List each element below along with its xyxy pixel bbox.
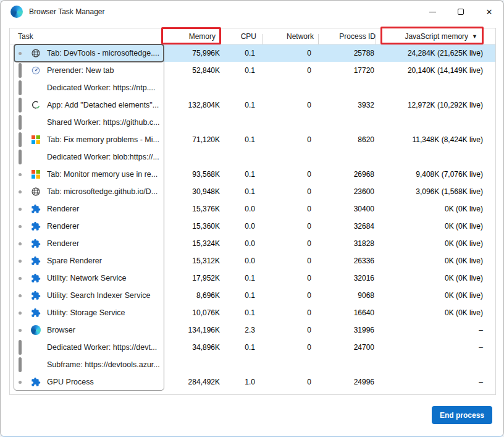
column-header-network[interactable]: Network <box>262 32 319 41</box>
table-header-row: Task Memory CPU Network Process ID JavaS… <box>10 28 495 45</box>
javascript-memory-cell: 24,284K (21,625K live) <box>376 49 495 57</box>
network-cell: 0 <box>262 170 319 179</box>
cpu-cell: 0.0 <box>221 205 262 213</box>
table-row[interactable]: Tab: microsoftedge.github.io/D... 30,948… <box>10 183 495 200</box>
edge-icon <box>28 323 43 337</box>
browser-task-manager-window: Browser Task Manager ✕ Task Memory CPU N… <box>0 0 504 437</box>
table-row[interactable]: Subframe: https://devtools.azur... <box>10 356 495 373</box>
javascript-memory-cell: 20,140K (14,149K live) <box>376 66 495 75</box>
group-indicator <box>16 235 23 252</box>
table-row[interactable]: Browser 134,196K 2.3 0 31996 – <box>10 321 495 339</box>
maximize-button[interactable] <box>447 1 475 23</box>
table-row[interactable]: Tab: Fix memory problems - Mi... 71,120K… <box>10 131 495 148</box>
table-row[interactable]: Renderer 15,376K 0.0 0 30400 0K (0K live… <box>10 200 495 218</box>
process-id-cell: 17720 <box>319 66 376 75</box>
cpu-cell: 0.1 <box>221 101 262 109</box>
task-cell: Tab: DevTools - microsoftedge.... <box>10 45 164 62</box>
process-id-cell: 23600 <box>319 187 376 196</box>
cpu-cell: 0.1 <box>221 343 262 352</box>
network-cell: 0 <box>262 308 319 317</box>
network-cell: 0 <box>262 274 319 282</box>
title-bar[interactable]: Browser Task Manager ✕ <box>1 1 503 23</box>
memory-cell: 8,696K <box>164 291 221 300</box>
table-row[interactable]: GPU Process 284,492K 1.0 0 24996 – <box>10 373 495 391</box>
group-indicator <box>16 373 23 391</box>
task-table-rows: Tab: DevTools - microsoftedge.... 75,996… <box>10 45 495 391</box>
window-title: Browser Task Manager <box>29 7 105 16</box>
close-button[interactable]: ✕ <box>475 1 503 23</box>
network-cell: 0 <box>262 291 319 300</box>
table-row[interactable]: Spare Renderer 15,312K 0.0 0 26336 0K (0… <box>10 252 495 269</box>
javascript-memory-cell: 0K (0K live) <box>376 257 495 265</box>
puzzle-icon <box>28 305 43 320</box>
minimize-button[interactable] <box>418 1 447 23</box>
cpu-cell: 0.1 <box>221 49 262 57</box>
group-indicator <box>16 287 23 304</box>
table-row[interactable]: Utility: Search Indexer Service 8,696K 0… <box>10 287 495 304</box>
javascript-memory-cell: 9,408K (7,076K live) <box>376 170 495 179</box>
table-row[interactable]: Tab: DevTools - microsoftedge.... 75,996… <box>10 45 495 62</box>
cpu-cell: 0.1 <box>221 291 262 300</box>
end-process-button[interactable]: End process <box>432 406 492 424</box>
globe-icon <box>28 46 43 61</box>
task-name: Subframe: https://devtools.azur... <box>47 360 160 369</box>
table-row[interactable]: Shared Worker: https://github.c... <box>10 114 495 131</box>
group-indicator <box>16 79 23 96</box>
table-row[interactable]: Tab: Monitor memory use in re... 93,568K… <box>10 166 495 183</box>
task-name: Dedicated Worker: blob:https://... <box>47 153 159 161</box>
javascript-memory-cell: 3,096K (1,568K live) <box>376 187 495 196</box>
task-cell: Browser <box>10 321 164 339</box>
table-row[interactable]: Utility: Network Service 17,952K 0.1 0 3… <box>10 269 495 287</box>
memory-cell: 17,952K <box>164 274 221 282</box>
javascript-memory-cell: – <box>376 343 495 352</box>
javascript-memory-cell: 0K (0K live) <box>376 222 495 231</box>
task-cell: Renderer <box>10 200 164 218</box>
table-row[interactable]: Renderer 15,324K 0.0 0 31828 0K (0K live… <box>10 235 495 252</box>
network-cell: 0 <box>262 66 319 75</box>
table-row[interactable]: App: Add "Detached elements"... 132,804K… <box>10 96 495 114</box>
maximize-icon <box>458 9 464 15</box>
column-header-cpu[interactable]: CPU <box>221 32 262 41</box>
process-id-cell: 30400 <box>319 205 376 213</box>
column-header-memory[interactable]: Memory <box>164 32 221 41</box>
javascript-memory-cell: 11,348K (8,424K live) <box>376 135 495 144</box>
network-cell: 0 <box>262 239 319 248</box>
task-cell: Subframe: https://devtools.azur... <box>10 356 164 373</box>
table-row[interactable]: Dedicated Worker: blob:https://... <box>10 148 495 166</box>
column-header-task[interactable]: Task <box>10 32 164 41</box>
column-header-javascript-memory[interactable]: JavaScript memory▼ <box>376 32 495 41</box>
table-row[interactable]: Utility: Storage Service 10,076K 0.1 0 1… <box>10 304 495 321</box>
table-row[interactable]: Prerender: New tab 52,840K 0.1 0 17720 2… <box>10 62 495 79</box>
group-indicator <box>16 269 23 287</box>
cpu-cell: 0.1 <box>221 135 262 144</box>
table-row[interactable]: Renderer 15,360K 0.0 0 32684 0K (0K live… <box>10 218 495 235</box>
task-cell: Renderer <box>10 235 164 252</box>
memory-cell: 34,896K <box>164 343 221 352</box>
table-row[interactable]: Dedicated Worker: https://devt... 34,896… <box>10 339 495 356</box>
task-name: Utility: Storage Service <box>47 308 125 317</box>
table-row[interactable]: Dedicated Worker: https://ntp.... <box>10 79 495 96</box>
process-id-cell: 32016 <box>319 274 376 282</box>
puzzle-icon <box>28 253 43 268</box>
window-controls: ✕ <box>418 1 503 23</box>
puzzle-icon <box>28 375 43 389</box>
memory-cell: 134,196K <box>164 326 221 334</box>
column-header-process-id[interactable]: Process ID <box>319 32 376 41</box>
task-cell: Utility: Network Service <box>10 269 164 287</box>
task-name: Dedicated Worker: https://devt... <box>47 343 157 352</box>
javascript-memory-cell: 0K (0K live) <box>376 291 495 300</box>
cpu-cell: 0.0 <box>221 257 262 265</box>
globe-icon <box>28 184 43 199</box>
task-name: Shared Worker: https://github.c... <box>47 118 160 127</box>
task-name: Browser <box>47 326 75 334</box>
task-cell: Dedicated Worker: https://ntp.... <box>10 79 164 96</box>
network-cell: 0 <box>262 205 319 213</box>
minimize-icon <box>429 12 436 12</box>
group-indicator <box>16 339 23 356</box>
process-id-cell: 8620 <box>319 135 376 144</box>
javascript-memory-cell: 0K (0K live) <box>376 308 495 317</box>
task-cell: Tab: microsoftedge.github.io/D... <box>10 183 164 200</box>
cpu-cell: 0.1 <box>221 274 262 282</box>
cpu-cell: 0.0 <box>221 239 262 248</box>
network-cell: 0 <box>262 49 319 57</box>
